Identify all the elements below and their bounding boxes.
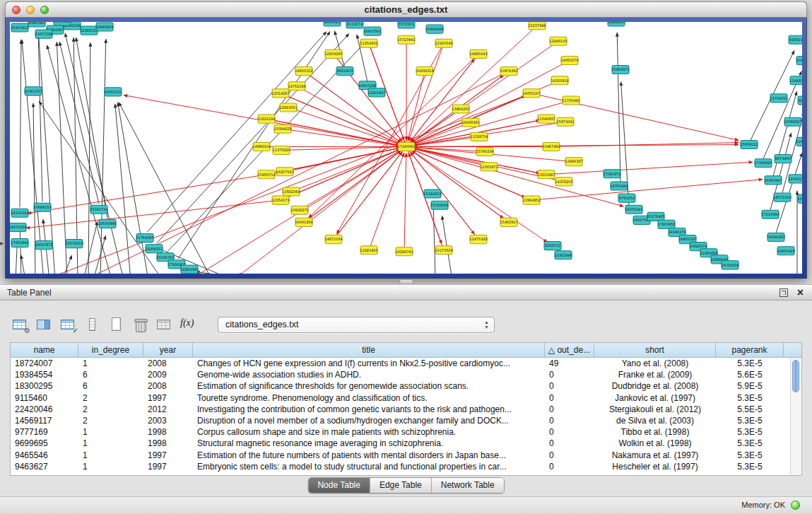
- graph-node[interactable]: 15184629: [430, 201, 448, 209]
- graph-node[interactable]: 9873460: [775, 155, 792, 163]
- graph-node[interactable]: 12475328: [469, 235, 487, 244]
- table-row[interactable]: 1872400712008Changes of HCN gene express…: [11, 358, 801, 369]
- graph-node[interactable]: 9604523: [324, 22, 341, 26]
- tab-node-table[interactable]: Node Table: [308, 478, 370, 493]
- graph-node[interactable]: 11964852: [522, 196, 540, 204]
- graph-node[interactable]: 17240681: [397, 142, 415, 151]
- graph-node[interactable]: 12849130: [549, 37, 567, 45]
- graph-node[interactable]: 10467492: [542, 142, 560, 151]
- graph-node[interactable]: 12730651: [770, 94, 787, 103]
- graph-node[interactable]: 10173529: [435, 246, 452, 255]
- graph-node[interactable]: 13210487: [537, 170, 555, 179]
- table-row[interactable]: 911546021997Tourette syndrome. Phenomeno…: [11, 392, 801, 404]
- graph-node[interactable]: 16055167: [522, 89, 540, 98]
- table-row[interactable]: 946362711997Embryonic stem cells: a mode…: [11, 461, 801, 472]
- row-options-icon[interactable]: [82, 315, 103, 334]
- window-titlebar[interactable]: citations_edges.txt: [5, 1, 807, 18]
- graph-node[interactable]: 14600152: [295, 67, 312, 76]
- graph-node[interactable]: 16041284: [295, 218, 312, 226]
- graph-node[interactable]: 20361057: [24, 87, 42, 95]
- graph-node[interactable]: 14871034: [324, 235, 342, 244]
- table-row[interactable]: 977716911998Corpus callosum shape and si…: [11, 426, 801, 438]
- graph-node[interactable]: 17693820: [53, 22, 71, 25]
- table-row[interactable]: 969969511998Structural magnetic resonanc…: [11, 438, 801, 449]
- graph-node[interactable]: 18791946: [610, 182, 628, 190]
- graph-node[interactable]: 18264395: [180, 265, 198, 274]
- table-scrollbar-track[interactable]: [790, 358, 801, 475]
- graph-node[interactable]: 13864250: [452, 105, 469, 113]
- graph-node[interactable]: 16850429: [777, 247, 794, 255]
- graph-node[interactable]: 18572310: [773, 193, 791, 201]
- graph-node[interactable]: 18530946: [98, 219, 116, 228]
- graph-node[interactable]: 11402738: [796, 137, 802, 146]
- graph-node[interactable]: 19308257: [145, 245, 163, 253]
- import-table-icon[interactable]: [154, 315, 175, 334]
- create-column-icon[interactable]: ✓: [58, 315, 79, 334]
- graph-node[interactable]: 11546937: [537, 115, 555, 123]
- graph-node[interactable]: 12058174: [788, 175, 802, 183]
- graph-node[interactable]: 13201847: [367, 88, 385, 97]
- graph-node[interactable]: 18849263: [95, 23, 113, 31]
- table-mode-icon[interactable]: ⚙: [10, 315, 31, 334]
- graph-node[interactable]: 19470268: [10, 223, 27, 231]
- graph-node[interactable]: 10222184: [257, 115, 275, 123]
- graph-node[interactable]: 15094628: [273, 124, 291, 133]
- graph-node[interactable]: 11668235: [607, 22, 625, 26]
- graph-node[interactable]: 12014287: [271, 89, 289, 98]
- graph-node[interactable]: 10382946: [554, 251, 572, 259]
- memory-status-indicator[interactable]: [791, 501, 800, 510]
- column-header-pagerank[interactable]: pagerank: [716, 343, 784, 357]
- graph-node[interactable]: 25203610: [11, 23, 28, 32]
- graph-node[interactable]: 11823465: [360, 246, 377, 255]
- graph-node[interactable]: 11254832: [360, 39, 377, 47]
- graph-node[interactable]: 23057196: [35, 30, 52, 38]
- column-header-title[interactable]: title: [193, 343, 545, 357]
- graph-node[interactable]: 20481925: [28, 22, 45, 27]
- graph-node[interactable]: 15790236: [476, 147, 493, 156]
- graph-node[interactable]: 18105329: [11, 209, 28, 217]
- graph-node[interactable]: 10274853: [796, 56, 802, 64]
- graph-node[interactable]: 12305871: [480, 163, 498, 171]
- column-header-short[interactable]: short: [594, 343, 716, 357]
- graph-node[interactable]: 8791952: [618, 194, 635, 202]
- graph-node[interactable]: 21764085: [136, 234, 153, 243]
- graph-node[interactable]: 15958012: [740, 140, 758, 148]
- table-row[interactable]: 946554611997Estimation of the future num…: [11, 450, 801, 461]
- graph-node[interactable]: 14378205: [555, 177, 572, 186]
- graph-node[interactable]: 20178465: [647, 212, 664, 221]
- graph-node[interactable]: 10586927: [784, 117, 801, 126]
- network-select-dropdown[interactable]: citations_edges.txt ▲▼: [218, 317, 495, 333]
- table-scrollbar-thumb[interactable]: [792, 360, 799, 392]
- graph-node[interactable]: 16603561: [363, 27, 381, 35]
- graph-node[interactable]: 14752198: [288, 82, 305, 90]
- graph-node[interactable]: 5572301: [398, 22, 415, 28]
- graph-node[interactable]: 16059341: [625, 205, 642, 214]
- new-table-icon[interactable]: [106, 315, 127, 334]
- graph-node[interactable]: 8921403: [336, 67, 353, 76]
- column-header-name[interactable]: name: [11, 343, 78, 357]
- graph-node[interactable]: 16207543: [276, 168, 293, 176]
- delete-table-icon[interactable]: [130, 315, 151, 334]
- graph-node[interactable]: 15723941: [397, 35, 415, 44]
- tab-edge-table[interactable]: Edge Table: [370, 478, 431, 493]
- graph-node[interactable]: 15664871: [611, 66, 629, 74]
- panel-collapse-arrow-icon[interactable]: ▸: [0, 239, 4, 247]
- graph-node[interactable]: 15237946: [528, 22, 546, 30]
- graph-node[interactable]: 15956714: [257, 170, 275, 179]
- graph-node[interactable]: 12160549: [435, 39, 452, 47]
- close-panel-icon[interactable]: ×: [797, 286, 804, 300]
- tab-network-table[interactable]: Network Table: [431, 478, 504, 493]
- graph-node[interactable]: 11730492: [562, 96, 579, 105]
- table-row[interactable]: 2242004622012Investigating the contribut…: [11, 404, 801, 415]
- graph-node[interactable]: 22578019: [65, 240, 83, 248]
- graph-node[interactable]: 16049381: [461, 118, 479, 127]
- column-header-year[interactable]: year: [143, 343, 193, 357]
- graph-node[interactable]: 11528734: [470, 132, 488, 141]
- graph-node[interactable]: 15184503: [423, 189, 441, 198]
- graph-node[interactable]: 16940928: [425, 25, 443, 33]
- graph-node[interactable]: 16289741: [395, 247, 413, 256]
- graph-node[interactable]: 10731925: [797, 194, 802, 203]
- graph-node[interactable]: 17345820: [754, 159, 772, 168]
- network-canvas[interactable]: 1724068110467492115469371605516710974393…: [10, 22, 802, 274]
- graph-node[interactable]: 9385216: [789, 35, 802, 44]
